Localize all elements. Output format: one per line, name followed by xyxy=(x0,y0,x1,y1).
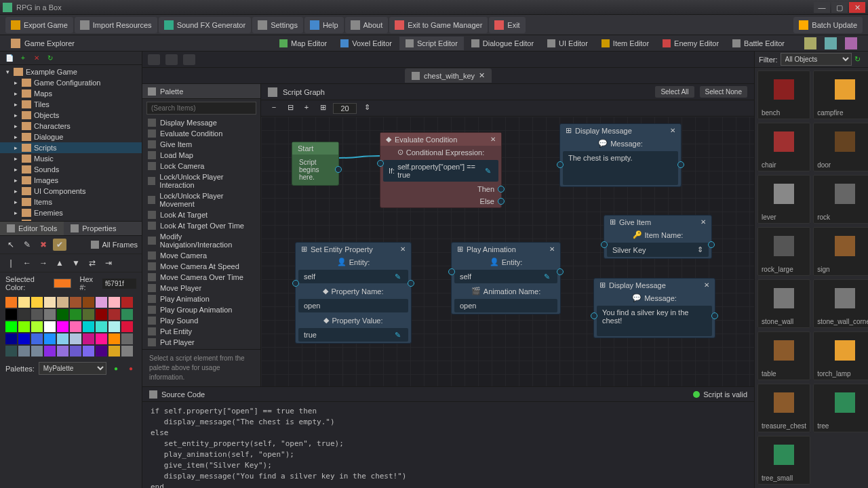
palette-color[interactable] xyxy=(44,321,56,332)
nav-next[interactable]: → xyxy=(37,257,50,269)
close-icon[interactable]: ✕ xyxy=(670,127,675,134)
palette-item[interactable]: Play Animation xyxy=(142,293,260,304)
graph-canvas[interactable]: Start Script begins here. ◆Evaluate Cond… xyxy=(261,117,754,386)
palette-item[interactable]: Move Camera At Speed xyxy=(142,261,260,272)
palette-color[interactable] xyxy=(108,321,120,332)
palette-color[interactable] xyxy=(31,346,43,357)
node-give-item[interactable]: ⊞Give Item✕ 🔑Item Name: Silver Key⇕ xyxy=(604,215,712,259)
file-tab-close[interactable]: ✕ xyxy=(479,71,485,80)
palette-color[interactable] xyxy=(96,309,107,320)
pencil-tool[interactable]: ✎ xyxy=(20,239,34,251)
object-card[interactable]: tree xyxy=(813,384,868,432)
palette-color[interactable] xyxy=(70,297,81,308)
palette-color[interactable] xyxy=(57,321,68,332)
palette-item[interactable]: Move Camera xyxy=(142,250,260,261)
tree-item[interactable]: ▸Music xyxy=(0,153,142,164)
palette-color[interactable] xyxy=(108,309,120,320)
palette-add[interactable]: ● xyxy=(111,364,121,373)
palette-item[interactable]: Move Player xyxy=(142,283,260,293)
close-icon[interactable]: ✕ xyxy=(490,136,496,143)
palette-item[interactable]: Display Message xyxy=(142,117,260,128)
edit-icon[interactable]: ✎ xyxy=(544,272,552,281)
palette-color[interactable] xyxy=(5,309,17,320)
add-button[interactable]: + xyxy=(18,54,28,63)
new-script-button[interactable] xyxy=(148,54,160,65)
selected-color-swatch[interactable] xyxy=(54,279,71,288)
palette-color[interactable] xyxy=(57,309,68,320)
tree-item[interactable]: ▸Characters xyxy=(0,121,142,131)
palette-color[interactable] xyxy=(18,297,30,308)
palette-color[interactable] xyxy=(44,309,56,320)
about-button[interactable]: About xyxy=(345,17,389,33)
nav-flip-h[interactable]: ⇄ xyxy=(85,257,99,269)
sound-fx-button[interactable]: Sound FX Generator xyxy=(159,17,252,33)
palette-color[interactable] xyxy=(31,309,43,320)
palette-item[interactable]: Lock/Unlock Player Movement xyxy=(142,190,260,209)
file-tab[interactable]: chest_with_key ✕ xyxy=(405,68,492,83)
tree-item[interactable]: ▸Images xyxy=(0,175,142,186)
palette-color[interactable] xyxy=(44,333,56,344)
erase-tool[interactable]: ✖ xyxy=(37,239,50,251)
object-card[interactable]: rock xyxy=(813,175,868,224)
save-script-button[interactable] xyxy=(165,54,178,65)
zoom-stepper[interactable]: ⇕ xyxy=(361,103,373,114)
tab-ui-editor[interactable]: UI Editor xyxy=(541,37,594,50)
object-card[interactable]: treasure_chest xyxy=(757,384,810,432)
palette-color[interactable] xyxy=(83,297,94,308)
source-code[interactable]: if self.property["open"] == true then di… xyxy=(142,402,754,488)
node-display-message-2[interactable]: ⊞Display Message✕ 💬Message: You find a s… xyxy=(593,278,715,338)
maximize-button[interactable]: ▢ xyxy=(831,2,848,13)
nav-up[interactable]: ▲ xyxy=(53,257,66,269)
palette-color[interactable] xyxy=(83,309,94,320)
node-start[interactable]: Start Script begins here. xyxy=(292,142,339,186)
object-card[interactable]: door xyxy=(813,123,868,171)
nav-last[interactable]: ⇥ xyxy=(102,257,115,269)
palette-color[interactable] xyxy=(96,346,107,357)
zoom-out-button[interactable]: − xyxy=(268,103,280,114)
palette-color[interactable] xyxy=(121,321,133,332)
filter-refresh-button[interactable]: ↻ xyxy=(854,55,864,64)
palette-item[interactable]: Modify Navigation/Interaction xyxy=(142,231,260,250)
tab-dialogue-editor[interactable]: Dialogue Editor xyxy=(465,37,540,50)
select-none-button[interactable]: Select None xyxy=(700,86,747,98)
edit-icon[interactable]: ✎ xyxy=(395,331,403,339)
palette-color[interactable] xyxy=(5,321,17,332)
palette-item[interactable]: Lock/Unlock Player Interaction xyxy=(142,171,260,190)
palette-color[interactable] xyxy=(31,297,43,308)
tab-enemy-editor[interactable]: Enemy Editor xyxy=(656,37,725,50)
palette-color[interactable] xyxy=(121,333,133,344)
palette-remove[interactable]: ● xyxy=(125,364,136,373)
palette-color[interactable] xyxy=(18,346,30,357)
zoom-reset-button[interactable]: ⊞ xyxy=(317,103,329,114)
palette-color[interactable] xyxy=(70,333,81,344)
palette-color[interactable] xyxy=(83,333,94,344)
palette-color[interactable] xyxy=(108,346,120,357)
minimize-button[interactable]: — xyxy=(814,2,830,13)
settings-button[interactable]: Settings xyxy=(252,17,303,33)
palette-color[interactable] xyxy=(18,309,30,320)
close-button[interactable]: ✕ xyxy=(849,2,865,13)
palette-color[interactable] xyxy=(57,333,68,344)
object-card[interactable]: rock_large xyxy=(757,227,810,276)
palette-item[interactable]: Look At Target xyxy=(142,209,260,220)
export-game-button[interactable]: Export Game xyxy=(5,17,73,33)
bucket-tool[interactable]: ✔ xyxy=(53,239,66,251)
node-set-entity-property[interactable]: ⊞Set Entity Property✕ 👤Entity: self✎ ◆Pr… xyxy=(295,242,412,344)
palette-color[interactable] xyxy=(18,333,30,344)
nav-down[interactable]: ▼ xyxy=(69,257,83,269)
palette-search[interactable] xyxy=(146,102,256,115)
tab-script-editor[interactable]: Script Editor xyxy=(399,37,464,50)
tree-item[interactable]: ▸Enemies xyxy=(0,207,142,218)
palette-item[interactable]: Put Entity xyxy=(142,326,260,337)
tab-properties[interactable]: Properties xyxy=(64,222,123,235)
palette-color[interactable] xyxy=(70,321,81,332)
palette-item[interactable]: Play Group Animation xyxy=(142,304,260,315)
new-file-button[interactable]: 📄 xyxy=(4,54,15,63)
tab-item-editor[interactable]: Item Editor xyxy=(595,37,655,50)
tab-map-editor[interactable]: Map Editor xyxy=(273,37,333,50)
object-card[interactable]: stone_wall_corner xyxy=(813,279,868,328)
object-card[interactable]: stone_wall xyxy=(757,279,810,328)
close-icon[interactable]: ✕ xyxy=(704,281,709,289)
game-tree[interactable]: ▾Example Game ▸Game Configuration▸Maps▸T… xyxy=(0,65,142,221)
palette-item[interactable]: Look At Target Over Time xyxy=(142,220,260,231)
